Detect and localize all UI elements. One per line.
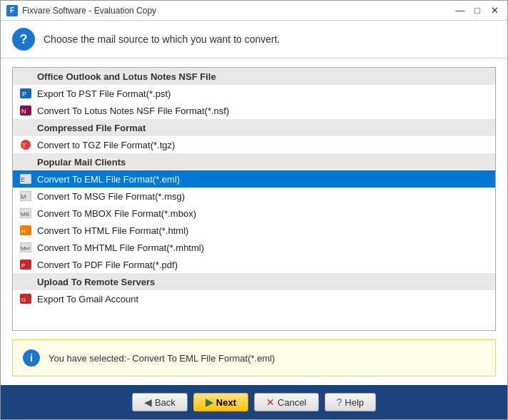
list-item-icon [19,71,33,82]
footer: ◀ Back ▶ Next ✕ Cancel ? Help [1,385,507,419]
list-item-icon: G [19,293,33,304]
list-item[interactable]: PConvert To PDF File Format(*.pdf) [13,256,495,273]
list-item-label: Convert To PDF File Format(*.pdf) [37,260,178,270]
list-item-label: Compressed File Format [37,123,146,133]
back-icon: ◀ [144,396,152,408]
svg-text:H: H [21,228,26,235]
list-item-label: Convert To EML File Format(*.eml) [37,174,180,185]
list-item-icon: P [19,259,33,270]
list-item-icon: E [19,173,33,185]
header-text: Choose the mail source to which you want… [44,34,280,45]
close-button[interactable]: ✕ [487,4,502,17]
page-header: ? Choose the mail source to which you wa… [1,21,507,58]
info-box: i You have selected:- Convert To EML Fil… [12,339,496,377]
list-item-label: Convert To MSG File Format(*.msg) [37,191,185,202]
svg-text:P: P [22,91,26,98]
list-item-icon: N [19,105,33,116]
list-item-label: Convert To MBOX File Format(*.mbox) [37,208,196,219]
next-button[interactable]: ▶ Next [193,393,248,411]
back-button[interactable]: ◀ Back [132,393,188,411]
list-item[interactable]: EConvert To EML File Format(*.eml) [13,170,495,188]
list-item-icon: M [19,190,33,202]
list-item-label: Convert To MHTML File Format(*.mhtml) [37,242,204,253]
list-item[interactable]: MHConvert To MHTML File Format(*.mhtml) [13,239,495,256]
info-icon: i [23,349,40,367]
list-item-icon: T [19,139,33,150]
list-item[interactable]: PExport To PST File Format(*.pst) [13,85,495,102]
list-item[interactable]: MBConvert To MBOX File Format(*.mbox) [13,205,495,222]
list-item[interactable]: Popular Mail Clients [13,153,495,170]
next-label: Next [216,397,236,408]
list-item-icon: H [19,225,33,236]
help-icon: ? [337,396,342,408]
list-item-icon [19,156,33,168]
svg-text:MB: MB [21,211,29,217]
main-window: F Fixvare Software - Evaluation Copy — □… [0,0,508,420]
list-item[interactable]: NConvert To Lotus Notes NSF File Format(… [13,102,495,119]
cancel-label: Cancel [278,397,306,408]
list-item-label: Upload To Remote Servers [37,277,155,287]
format-list[interactable]: Office Outlook and Lotus Notes NSF FileP… [12,67,496,331]
list-item-label: Export To Gmail Account [37,294,138,304]
help-label: Help [345,397,364,408]
list-item-label: Convert to TGZ File Format(*.tgz) [37,140,175,150]
cancel-icon: ✕ [266,396,275,408]
list-item-label: Office Outlook and Lotus Notes NSF File [37,71,216,82]
next-icon: ▶ [205,396,213,408]
svg-text:G: G [21,297,26,303]
main-content: Office Outlook and Lotus Notes NSF FileP… [1,58,507,385]
list-item-icon [19,276,33,287]
list-item-label: Export To PST File Format(*.pst) [37,88,171,99]
svg-text:N: N [21,108,26,115]
list-item[interactable]: Compressed File Format [13,119,495,136]
cancel-button[interactable]: ✕ Cancel [254,393,318,411]
list-item-icon: MH [19,242,33,253]
list-item-label: Convert To HTML File Format(*.html) [37,225,188,236]
list-item-label: Popular Mail Clients [37,157,126,168]
window-controls: — □ ✕ [453,4,502,17]
minimize-button[interactable]: — [453,4,467,17]
svg-text:E: E [21,176,25,183]
list-item-icon: MB [19,208,33,219]
header-icon: ? [12,28,35,51]
svg-text:M: M [21,193,26,200]
list-item-icon: P [19,88,33,99]
titlebar: F Fixvare Software - Evaluation Copy — □… [1,1,507,21]
help-button[interactable]: ? Help [325,393,377,411]
svg-text:MH: MH [21,245,30,252]
list-item[interactable]: Office Outlook and Lotus Notes NSF File [13,68,495,85]
list-item[interactable]: MConvert To MSG File Format(*.msg) [13,188,495,205]
list-item-label: Convert To Lotus Notes NSF File Format(*… [37,106,229,116]
svg-text:P: P [21,262,25,269]
list-item[interactable]: HConvert To HTML File Format(*.html) [13,222,495,239]
maximize-button[interactable]: □ [470,4,484,17]
app-icon: F [6,5,18,16]
list-item-icon [19,122,33,133]
window-title: Fixvare Software - Evaluation Copy [22,6,453,16]
svg-text:T: T [22,142,26,149]
list-item[interactable]: TConvert to TGZ File Format(*.tgz) [13,136,495,153]
list-item[interactable]: Upload To Remote Servers [13,273,495,290]
info-text: You have selected:- Convert To EML File … [49,353,275,364]
back-label: Back [155,397,176,408]
list-item[interactable]: GExport To Gmail Account [13,290,495,307]
